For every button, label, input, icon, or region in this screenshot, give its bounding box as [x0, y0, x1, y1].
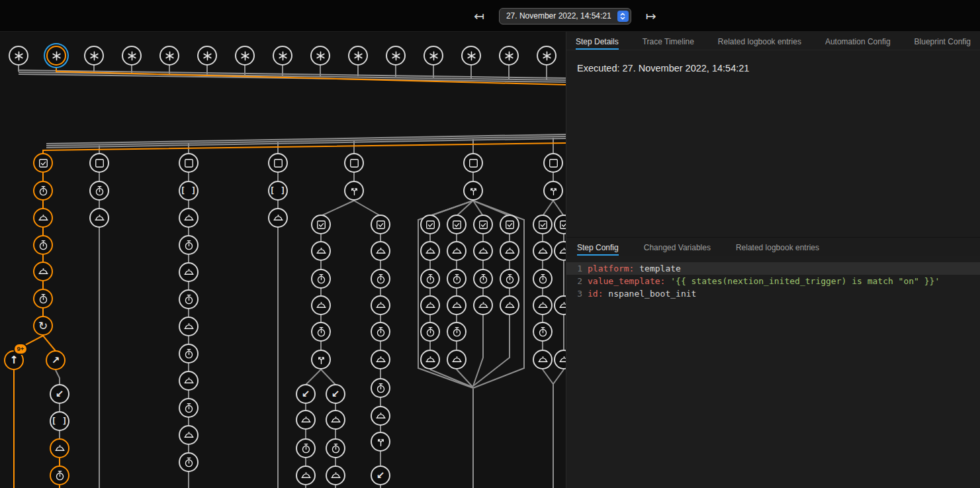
trace-node-cloche[interactable]	[268, 208, 288, 228]
trace-node-arrow-decision[interactable]	[463, 181, 483, 201]
trace-node-cloche[interactable]	[33, 262, 53, 281]
trace-node-timer[interactable]	[311, 269, 331, 289]
trace-node-arrow-top-right[interactable]: ↗	[46, 350, 66, 370]
trace-node-brackets[interactable]: [ ]	[268, 181, 288, 201]
trace-node-cloche[interactable]	[473, 241, 493, 261]
trace-node-timer[interactable]	[371, 269, 390, 289]
next-run-button[interactable]: ↦	[643, 9, 659, 24]
trace-node-cloche[interactable]	[447, 350, 467, 369]
trace-node-asterisk[interactable]	[9, 46, 28, 66]
trace-node-timer[interactable]	[179, 235, 199, 255]
trace-node-cloche[interactable]	[533, 241, 553, 261]
trace-node-asterisk[interactable]	[461, 46, 481, 66]
trace-node-timer[interactable]	[533, 322, 553, 342]
trace-node-cloche[interactable]	[420, 241, 440, 261]
trace-node-timer[interactable]	[33, 289, 53, 309]
trace-node-cloche[interactable]	[371, 406, 390, 426]
trace-node-timer[interactable]	[447, 269, 467, 289]
trace-node-arrow-decision[interactable]	[311, 350, 331, 369]
trace-node-cloche[interactable]	[533, 295, 553, 315]
trace-node-cloche[interactable]	[500, 241, 519, 261]
trace-node-cloche[interactable]	[179, 425, 199, 445]
trace-node-cloche[interactable]	[33, 208, 53, 228]
trace-node-brackets[interactable]: [ ]	[179, 181, 199, 201]
trace-node-asterisk[interactable]	[537, 46, 557, 66]
trace-node-asterisk[interactable]	[423, 46, 443, 66]
trace-node-cloche[interactable]	[326, 410, 345, 430]
trace-node-cloche[interactable]	[179, 317, 199, 336]
trace-node-cloche[interactable]	[179, 371, 199, 391]
trace-node-cloche[interactable]	[371, 295, 390, 315]
trace-node-cloche[interactable]	[371, 350, 390, 369]
trace-node-checkbox-marked[interactable]	[447, 215, 467, 234]
trace-node-asterisk[interactable]	[197, 46, 217, 66]
previous-run-button[interactable]: ↤	[471, 9, 487, 24]
trace-node-checkbox-marked[interactable]	[533, 215, 553, 234]
trace-node-timer[interactable]	[420, 269, 440, 289]
trace-node-cloche[interactable]	[326, 465, 345, 485]
tab-config-related-logbook-entries[interactable]: Related logbook entries	[736, 238, 819, 256]
tab-trace-timeline[interactable]: Trace Timeline	[643, 32, 694, 50]
trace-node-checkbox-marked[interactable]	[371, 215, 390, 234]
tab-automation-config[interactable]: Automation Config	[825, 32, 891, 50]
trace-node-timer[interactable]	[296, 438, 316, 458]
trace-node-arrow-bottom-left[interactable]: ↙	[296, 384, 316, 404]
trace-node-asterisk[interactable]	[46, 46, 66, 66]
trace-node-cloche[interactable]	[296, 465, 316, 485]
trace-node-cloche[interactable]	[179, 208, 199, 228]
trace-node-cloche[interactable]	[296, 410, 316, 430]
trace-node-checkbox-marked[interactable]	[473, 215, 493, 234]
trace-node-checkbox-blank[interactable]	[463, 153, 483, 173]
trace-node-checkbox-blank[interactable]	[89, 153, 109, 173]
trace-node-cloche[interactable]	[447, 241, 467, 261]
trace-node-cloche[interactable]	[311, 241, 331, 261]
trace-node-arrow-bottom-left[interactable]: ↙	[326, 384, 345, 404]
trace-node-timer[interactable]	[371, 322, 390, 342]
trace-node-cloche[interactable]	[533, 350, 553, 369]
trace-node-arrow-bottom-left[interactable]: ↙	[371, 465, 390, 485]
trace-node-checkbox-marked[interactable]	[420, 215, 440, 234]
tab-blueprint-config[interactable]: Blueprint Config	[914, 32, 971, 50]
trace-node-timer[interactable]	[473, 269, 493, 289]
tab-step-details[interactable]: Step Details	[576, 32, 619, 50]
trace-node-arrow-bottom-left[interactable]: ↙	[50, 384, 69, 404]
trace-node-cloche[interactable]	[420, 350, 440, 369]
trace-node-timer[interactable]	[420, 322, 440, 342]
trace-node-checkbox-blank[interactable]	[344, 153, 364, 173]
trace-node-checkbox-marked[interactable]	[311, 215, 331, 234]
trace-node-timer[interactable]	[179, 398, 199, 418]
trace-node-cloche[interactable]	[89, 208, 109, 228]
trace-node-timer[interactable]	[50, 465, 69, 485]
trace-node-cloche[interactable]	[420, 295, 440, 315]
trace-node-brackets[interactable]: [ ]	[50, 411, 69, 431]
trace-node-checkbox-blank[interactable]	[268, 153, 288, 173]
tab-related-logbook-entries[interactable]: Related logbook entries	[718, 32, 801, 50]
trace-node-timer[interactable]	[311, 322, 331, 342]
trace-node-asterisk[interactable]	[84, 46, 104, 66]
trace-node-checkbox-blank[interactable]	[543, 153, 563, 173]
trace-node-asterisk[interactable]	[122, 46, 142, 66]
trace-node-asterisk[interactable]	[348, 46, 368, 66]
run-select[interactable]: 27. November 2022, 14:54:21	[499, 8, 631, 24]
trace-node-asterisk[interactable]	[310, 46, 330, 66]
trace-node-cloche[interactable]	[311, 295, 331, 315]
trace-node-timer[interactable]	[179, 289, 199, 309]
trace-node-arrow-decision[interactable]	[344, 181, 364, 201]
trace-node-timer[interactable]	[533, 269, 553, 289]
trace-node-asterisk[interactable]	[159, 46, 179, 66]
trace-node-timer[interactable]	[33, 235, 53, 255]
trace-node-timer[interactable]	[371, 378, 390, 398]
trace-node-repeat[interactable]: ↻	[33, 316, 53, 336]
trace-node-checkbox-marked[interactable]	[500, 215, 519, 234]
trace-node-cloche[interactable]	[179, 262, 199, 282]
trace-node-asterisk[interactable]	[499, 46, 519, 66]
trace-node-cloche[interactable]	[500, 295, 519, 315]
trace-node-checkbox-blank[interactable]	[179, 153, 199, 173]
trace-node-cloche[interactable]	[447, 295, 467, 315]
trace-node-asterisk[interactable]	[273, 46, 292, 66]
trace-node-cloche[interactable]	[473, 295, 493, 315]
trace-node-asterisk[interactable]	[386, 46, 406, 66]
tab-step-config[interactable]: Step Config	[577, 238, 619, 256]
trace-node-cloche[interactable]	[50, 438, 69, 458]
trace-node-timer[interactable]	[89, 181, 109, 201]
